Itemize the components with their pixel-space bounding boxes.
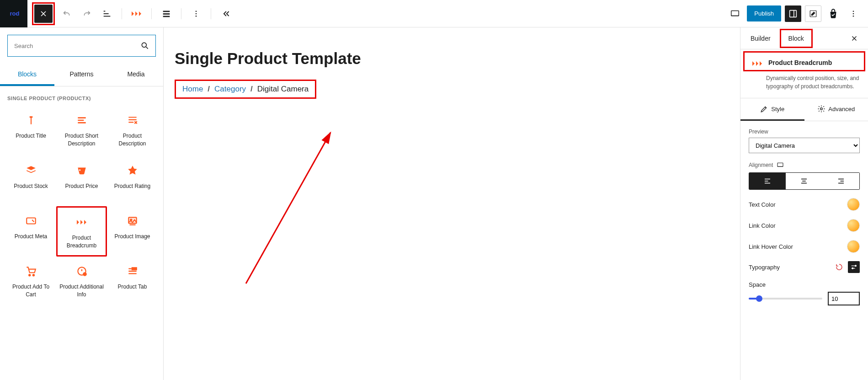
block-title: Product Breadcrumb [768, 59, 832, 66]
settings-panel-toggle[interactable] [785, 5, 801, 22]
block-item-product-breadcrumb[interactable]: Product Breadcrumb [56, 206, 107, 257]
block-item-icon [75, 114, 88, 127]
block-inserter-panel: Blocks Patterns Media SINGLE PRODUCT (PR… [0, 27, 164, 380]
block-item-icon [126, 265, 139, 278]
edit-mode-button[interactable] [805, 5, 821, 22]
close-inserter-button[interactable] [34, 5, 53, 23]
block-options-button[interactable] [188, 5, 204, 22]
alignment-label: Alignment [749, 162, 773, 168]
responsive-icon[interactable] [777, 161, 784, 169]
block-item-label: Product Rating [114, 182, 150, 190]
svg-point-28 [855, 265, 857, 267]
close-panel-button[interactable] [846, 30, 863, 47]
svg-rect-4 [163, 13, 170, 15]
svg-point-6 [196, 11, 197, 12]
svg-point-15 [142, 43, 146, 47]
sub-tab-advanced[interactable]: Advanced [804, 98, 868, 121]
sub-tab-style[interactable]: Style [740, 98, 804, 121]
document-overview-button[interactable] [99, 5, 115, 22]
typography-reset-button[interactable] [833, 261, 845, 273]
link-hover-color-label: Link Hover Color [749, 243, 793, 250]
align-center-button[interactable] [786, 173, 822, 189]
svg-rect-3 [163, 11, 170, 12]
block-item-product-add-to-cart[interactable]: Product Add To Cart [5, 257, 56, 307]
collapse-toolbar-button[interactable] [218, 5, 234, 22]
svg-point-29 [852, 268, 853, 269]
inserter-tab-blocks[interactable]: Blocks [0, 64, 54, 86]
block-item-label: Product Add To Cart [8, 283, 53, 299]
svg-point-16 [79, 169, 80, 171]
breadcrumb-separator: / [250, 85, 253, 94]
align-right-button[interactable] [823, 173, 859, 189]
template-title: Single Product Template [175, 49, 729, 68]
block-item-product-description[interactable]: Product Description [107, 106, 158, 156]
panel-tab-builder[interactable]: Builder [743, 28, 778, 48]
inserter-tab-patterns[interactable]: Patterns [54, 64, 109, 86]
breadcrumb-separator: / [208, 85, 210, 94]
block-item-label: Product Image [114, 233, 150, 241]
block-item-product-meta[interactable]: Product Meta [5, 206, 56, 257]
annotation-arrow [164, 105, 337, 297]
space-label: Space [749, 281, 860, 288]
block-search-input[interactable] [7, 35, 156, 57]
block-item-icon [75, 265, 88, 278]
breadcrumb-block[interactable]: Home/Category/Digital Camera [175, 80, 316, 99]
block-item-icon [25, 114, 37, 127]
block-item-icon [25, 265, 37, 278]
block-item-product-stock[interactable]: Product Stock [5, 156, 56, 206]
block-item-product-rating[interactable]: Product Rating [107, 156, 158, 206]
block-description: Dynamically control position, size, and … [740, 71, 868, 98]
block-item-label: Product Stock [14, 182, 48, 190]
search-icon [140, 41, 149, 50]
link-color-swatch[interactable] [847, 219, 860, 232]
more-menu-button[interactable] [845, 5, 862, 22]
block-item-product-short-description[interactable]: Product Short Description [56, 106, 107, 156]
typography-settings-button[interactable] [848, 261, 860, 273]
block-item-label: Product Breadcrumb [60, 234, 103, 250]
space-slider[interactable] [749, 298, 822, 300]
block-item-product-price[interactable]: Product Price [56, 156, 107, 206]
svg-point-13 [853, 13, 854, 14]
top-toolbar: rod [0, 0, 868, 27]
preview-select[interactable]: Digital Camera [749, 138, 860, 153]
block-section-label: SINGLE PRODUCT (PRODUCTX) [0, 86, 163, 106]
align-left-button[interactable] [749, 173, 786, 189]
align-button[interactable] [158, 5, 175, 22]
block-item-product-title[interactable]: Product Title [5, 106, 56, 156]
block-item-product-tab[interactable]: Product Tab [107, 257, 158, 307]
block-item-label: Product Short Description [59, 132, 104, 148]
link-hover-color-swatch[interactable] [847, 240, 860, 253]
block-item-icon [126, 214, 139, 227]
block-item-product-image[interactable]: Product Image [107, 206, 158, 257]
svg-point-12 [853, 11, 854, 12]
redo-button[interactable] [79, 5, 95, 22]
publish-button[interactable]: Publish [747, 5, 781, 21]
breadcrumb-item[interactable]: Category [214, 85, 246, 94]
svg-point-14 [853, 15, 854, 16]
cart-icon[interactable] [825, 5, 841, 22]
text-color-label: Text Color [749, 201, 776, 208]
svg-point-20 [29, 274, 30, 276]
typography-label: Typography [749, 264, 780, 271]
breadcrumb-block-icon[interactable] [128, 5, 145, 22]
inserter-tabs: Blocks Patterns Media [0, 64, 163, 86]
svg-line-25 [246, 133, 330, 284]
space-input[interactable] [828, 292, 860, 305]
editor-canvas[interactable]: Single Product Template Home/Category/Di… [164, 27, 740, 380]
text-color-swatch[interactable] [847, 198, 860, 211]
link-color-label: Link Color [749, 222, 776, 229]
svg-rect-17 [27, 218, 36, 224]
svg-rect-27 [777, 163, 783, 166]
view-desktop-button[interactable] [727, 5, 743, 22]
block-item-product-additional-info[interactable]: Product Additional Info [56, 257, 107, 307]
undo-button[interactable] [59, 5, 75, 22]
breadcrumb-item[interactable]: Home [182, 85, 203, 94]
block-item-label: Product Description [110, 132, 155, 148]
panel-tab-block[interactable]: Block [780, 29, 813, 48]
svg-rect-10 [790, 10, 797, 17]
preview-label: Preview [749, 128, 860, 135]
inserter-tab-media[interactable]: Media [109, 64, 163, 86]
app-logo[interactable]: rod [0, 0, 27, 27]
block-item-label: Product Additional Info [59, 283, 104, 299]
svg-rect-24 [132, 268, 136, 269]
